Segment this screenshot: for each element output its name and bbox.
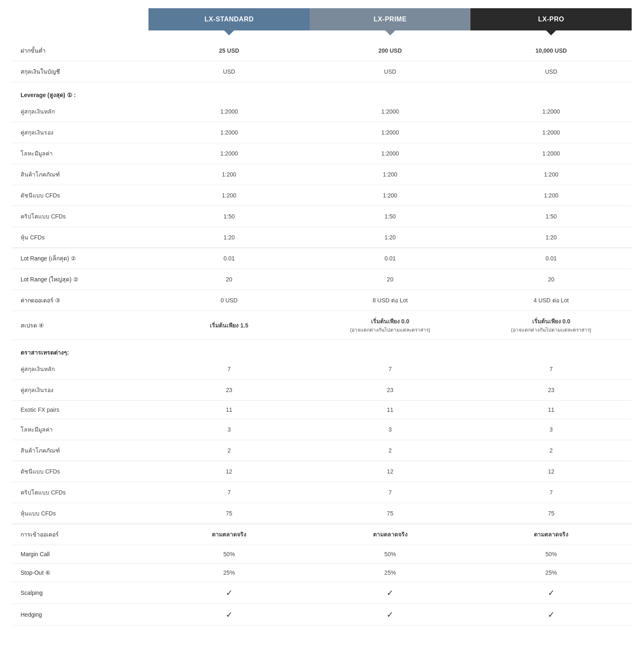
sub-row-label: Exotic FX pairs <box>12 401 148 419</box>
section-header-prime <box>310 340 471 359</box>
prime-title: LX-PRIME <box>373 16 406 23</box>
simple-std: USD <box>148 61 310 82</box>
simple-label: สกุลเงินในบัญชี <box>12 61 148 82</box>
section-header-label: ตราสารเทรดต่างๆ: <box>12 340 148 359</box>
sub-row-std: 1:2000 <box>148 143 310 164</box>
simple-bold-pro: ตามตลาดจริง <box>470 524 632 545</box>
sub-row-prime: 1:200 <box>310 185 471 206</box>
sub-row-label: สินค้าโภคภัณฑ์ <box>12 440 148 461</box>
sub-row-std: 3 <box>148 419 310 440</box>
sub-row-label: คู่สกุลเงินรอง <box>12 122 148 143</box>
sub-row-std: 11 <box>148 401 310 419</box>
sub-row-label: คู่สกุลเงินหลัก <box>12 101 148 122</box>
sub-row-label: หุ้นแบบ CFDs <box>12 503 148 524</box>
comparison-table: LX-STANDARD LX-PRIME LX-PRO ฝากขั้นต่ำ 2… <box>0 0 644 650</box>
pro-title: LX-PRO <box>538 16 564 23</box>
simple-pro: 50% <box>470 545 632 564</box>
sub-row-pro: 7 <box>470 482 632 503</box>
sub-row-pro: 1:2000 <box>470 122 632 143</box>
simple-prime: USD <box>310 61 471 82</box>
pro-arrow <box>546 30 556 35</box>
sub-row-std: 75 <box>148 503 310 524</box>
spread-label: สเปรด ④ <box>12 311 148 340</box>
simple-bold-std: ตามตลาดจริง <box>148 524 310 545</box>
col-prime-header: LX-PRIME <box>310 8 471 30</box>
simple-pro: 10,000 USD <box>470 40 632 61</box>
simple-prime: 50% <box>310 545 471 564</box>
check-label: Hedging <box>12 604 148 626</box>
section-header-prime <box>310 82 471 102</box>
sub-row-std: 1:2000 <box>148 101 310 122</box>
sub-row-std: 7 <box>148 482 310 503</box>
spread-pro: เริ่มต้นเพียง 0.0 (อาจแตกต่างกันไปตามแต่… <box>470 311 632 340</box>
sub-row-pro: 12 <box>470 461 632 482</box>
sub-row-pro: 1:200 <box>470 185 632 206</box>
sub-row-pro: 1:200 <box>470 164 632 185</box>
check-label: Scalping <box>12 582 148 604</box>
spread-std: เริ่มต้นเพียง 1.5 <box>148 311 310 340</box>
simple-label: ค่ากดออเดอร์ ③ <box>12 290 148 311</box>
sub-row-label: คู่สกุลเงินรอง <box>12 380 148 401</box>
sub-row-prime: 11 <box>310 401 471 419</box>
sub-row-prime: 1:2000 <box>310 122 471 143</box>
section-header-pro <box>470 82 632 102</box>
simple-std: 0 USD <box>148 290 310 311</box>
simple-pro: 0.01 <box>470 248 632 269</box>
simple-pro: USD <box>470 61 632 82</box>
sub-row-prime: 7 <box>310 482 471 503</box>
simple-pro: 20 <box>470 269 632 290</box>
check-std: ✓ <box>148 582 310 604</box>
sub-row-prime: 2 <box>310 440 471 461</box>
simple-label: ฝากขั้นต่ำ <box>12 40 148 61</box>
section-header-std <box>148 82 310 102</box>
simple-prime: 8 USD ต่อ Lot <box>310 290 471 311</box>
simple-prime: 0.01 <box>310 248 471 269</box>
sub-row-std: 1:2000 <box>148 122 310 143</box>
simple-prime: 20 <box>310 269 471 290</box>
sub-row-label: ดัชนีแบบ CFDs <box>12 185 148 206</box>
standard-arrow <box>224 30 234 35</box>
sub-row-std: 1:50 <box>148 206 310 227</box>
sub-row-label: หุ้น CFDs <box>12 227 148 248</box>
sub-row-prime: 1:2000 <box>310 143 471 164</box>
col-pro-header: LX-PRO <box>470 8 632 30</box>
sub-row-prime: 1:50 <box>310 206 471 227</box>
prime-arrow <box>385 30 395 35</box>
simple-std: 25 USD <box>148 40 310 61</box>
sub-row-std: 2 <box>148 440 310 461</box>
sub-row-label: คริปโตแบบ CFDs <box>12 206 148 227</box>
simple-bold-prime: ตามตลาดจริง <box>310 524 471 545</box>
col-standard-header: LX-STANDARD <box>148 8 310 30</box>
simple-label: Stop-Out ⑥ <box>12 564 148 582</box>
sub-row-std: 1:200 <box>148 185 310 206</box>
sub-row-label: คริปโตแบบ CFDs <box>12 482 148 503</box>
sub-row-pro: 2 <box>470 440 632 461</box>
section-header-pro <box>470 340 632 359</box>
standard-title: LX-STANDARD <box>204 16 254 23</box>
simple-std: 20 <box>148 269 310 290</box>
sub-row-std: 1:20 <box>148 227 310 248</box>
sub-row-pro: 1:50 <box>470 206 632 227</box>
check-pro: ✓ <box>470 582 632 604</box>
sub-row-prime: 1:2000 <box>310 101 471 122</box>
sub-row-label: ดัชนีแบบ CFDs <box>12 461 148 482</box>
sub-row-pro: 75 <box>470 503 632 524</box>
simple-prime: 200 USD <box>310 40 471 61</box>
spread-prime: เริ่มต้นเพียง 0.0 (อาจแตกต่างกันไปตามแต่… <box>310 311 471 340</box>
check-std: ✓ <box>148 604 310 626</box>
simple-pro: 25% <box>470 564 632 582</box>
sub-row-pro: 23 <box>470 380 632 401</box>
section-header-std <box>148 340 310 359</box>
sub-row-pro: 1:20 <box>470 227 632 248</box>
sub-row-pro: 3 <box>470 419 632 440</box>
sub-row-prime: 3 <box>310 419 471 440</box>
sub-row-prime: 7 <box>310 359 471 380</box>
sub-row-prime: 23 <box>310 380 471 401</box>
sub-row-std: 12 <box>148 461 310 482</box>
simple-std: 50% <box>148 545 310 564</box>
check-prime: ✓ <box>310 582 471 604</box>
simple-label: Lot Range (เล็กสุด) ② <box>12 248 148 269</box>
check-prime: ✓ <box>310 604 471 626</box>
col-label-header <box>12 8 148 30</box>
simple-label: Lot Range (ใหญ่สุด) ② <box>12 269 148 290</box>
